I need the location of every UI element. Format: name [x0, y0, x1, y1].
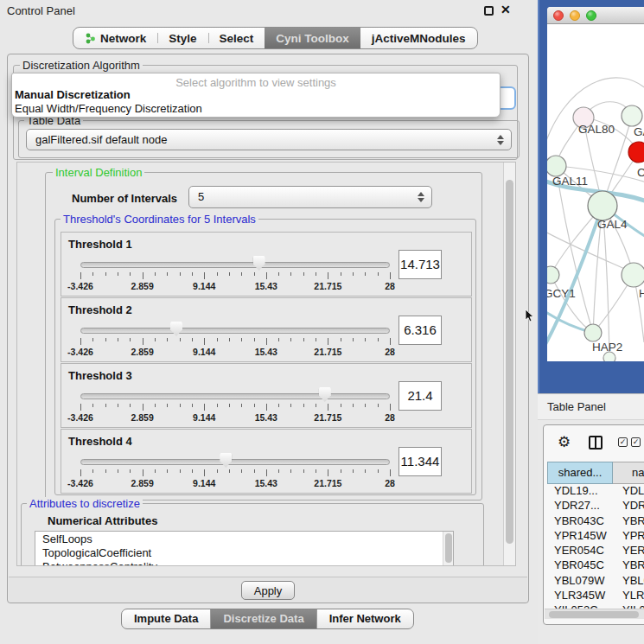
network-node[interactable]	[547, 266, 559, 284]
cell-name: YBR0	[613, 514, 644, 529]
network-node[interactable]	[588, 191, 617, 220]
tab-cyni-toolbox[interactable]: Cyni Toolbox	[265, 28, 360, 48]
table-row[interactable]: YPR145WYPR1	[547, 529, 644, 544]
control-panel-titlebar: Control Panel ✕	[0, 0, 538, 21]
tab-infer-network[interactable]: Infer Network	[316, 609, 413, 628]
numerical-attributes-list[interactable]: SelfLoopsTopologicalCoefficientBetweenne…	[35, 531, 454, 566]
threshold-value-field[interactable]: 21.4	[399, 381, 442, 411]
close-icon[interactable]: ✕	[501, 3, 511, 16]
algorithm-option-equal-width[interactable]: Equal Width/Frequency Discretization	[12, 102, 500, 116]
tab-style[interactable]: Style	[157, 28, 207, 48]
tick-mark	[167, 404, 168, 407]
table-row[interactable]: YER054CYER0	[547, 544, 644, 558]
tick-label: 2.859	[131, 478, 153, 488]
cell-shared-name: YLR345W	[547, 589, 613, 603]
table-row[interactable]: YLR345WYLR3	[547, 589, 644, 603]
cell-name: YDR2	[613, 499, 644, 513]
tick-mark	[278, 469, 279, 473]
tick-mark	[155, 404, 156, 407]
vertical-scrollbar-thumb[interactable]	[506, 180, 513, 544]
checkbox-icon[interactable]: ✓	[618, 437, 628, 447]
close-light[interactable]	[553, 10, 564, 21]
table-data-value: galFiltered.sif default node	[35, 133, 167, 146]
threshold-value-field[interactable]: 14.713	[399, 250, 442, 279]
tick-mark	[229, 404, 230, 407]
network-node[interactable]	[622, 263, 644, 287]
vertical-scrollbar[interactable]	[503, 163, 515, 565]
tick-mark	[266, 272, 267, 279]
tick-mark	[378, 469, 379, 473]
tick-mark	[105, 469, 106, 473]
slider-track[interactable]	[80, 328, 390, 334]
attribute-item[interactable]: BetweennessCentrality	[35, 559, 453, 566]
network-canvas[interactable]: GAL80GACGAL11GAL4GCY1HHAP2	[547, 24, 644, 361]
horizontal-scrollbar[interactable]	[545, 609, 644, 619]
threshold-value-field[interactable]: 6.316	[399, 316, 442, 345]
network-node[interactable]	[584, 324, 602, 341]
table-row[interactable]: YBL079WYBL0	[547, 574, 644, 589]
network-node[interactable]	[622, 105, 642, 126]
tick-mark	[155, 469, 156, 473]
gear-icon[interactable]: ⚙	[558, 433, 571, 451]
tick-mark	[290, 469, 291, 473]
tick-mark	[80, 272, 81, 279]
attribute-item[interactable]: SelfLoops	[35, 532, 453, 545]
tick-mark	[80, 469, 81, 476]
tick-label: 28	[385, 412, 395, 423]
tab-impute-data[interactable]: Impute Data	[122, 609, 210, 628]
algorithm-option-manual[interactable]: Manual Discretization	[12, 88, 500, 102]
tab-select[interactable]: Select	[208, 28, 265, 48]
column-layout-icon[interactable]	[589, 436, 603, 450]
tick-mark	[92, 338, 93, 341]
minimize-light[interactable]	[570, 10, 580, 21]
attribute-item[interactable]: TopologicalCoefficient	[35, 545, 453, 559]
tick-mark	[254, 338, 255, 341]
tab-discretize-data[interactable]: Discretize Data	[210, 609, 316, 628]
slider-thumb[interactable]	[253, 256, 265, 271]
tick-mark	[192, 404, 193, 407]
tick-mark	[266, 469, 267, 476]
tick-mark	[130, 272, 131, 276]
network-node[interactable]	[628, 142, 644, 163]
table-row[interactable]: YBR043CYBR0	[547, 514, 644, 529]
tick-label: 9.144	[193, 347, 215, 357]
table-row[interactable]: YBR045CYBR0	[547, 558, 644, 573]
slider-thumb[interactable]	[170, 322, 182, 336]
threshold-value-field[interactable]: 11.344	[399, 447, 442, 476]
table-data-combobox[interactable]: galFiltered.sif default node	[26, 129, 512, 150]
algorithm-placeholder-option[interactable]: Select algorithm to view settings	[12, 73, 500, 88]
tick-label: 15.43	[255, 412, 277, 423]
table-row[interactable]: YDR27...YDR2	[547, 499, 644, 513]
slider-track[interactable]	[80, 393, 390, 399]
checkbox-icon[interactable]: ✓	[631, 437, 641, 447]
float-window-icon[interactable]	[484, 6, 494, 16]
threshold-label: Threshold 2	[68, 303, 132, 316]
cell-name: YLR3	[613, 589, 644, 603]
tick-mark	[353, 272, 354, 276]
tick-mark	[118, 272, 118, 276]
table-row[interactable]: YDL19...YDL1	[547, 484, 644, 499]
number-of-intervals-spinner[interactable]: 5	[188, 186, 432, 208]
tab-jactivemnodules[interactable]: jActiveMNodules	[360, 28, 477, 48]
slider-track[interactable]	[80, 459, 390, 465]
tick-mark	[316, 338, 316, 341]
apply-button[interactable]: Apply	[241, 581, 295, 600]
tick-mark	[105, 338, 106, 341]
network-node[interactable]	[547, 156, 566, 176]
threshold-panel-2: Threshold 2-3.4262.8599.14415.4321.71528…	[61, 297, 472, 362]
number-of-intervals-label: Number of Intervals	[72, 192, 177, 205]
horizontal-scrollbar-thumb[interactable]	[549, 611, 639, 618]
slider-thumb[interactable]	[319, 387, 331, 402]
list-scrollbar[interactable]	[443, 532, 453, 566]
cell-shared-name: YDR27...	[547, 499, 613, 513]
column-header-name[interactable]: na	[613, 462, 644, 484]
slider-thumb[interactable]	[220, 453, 232, 468]
tick-mark	[155, 338, 156, 341]
tick-mark	[130, 469, 131, 473]
slider-track[interactable]	[80, 262, 390, 268]
tab-network[interactable]: Network	[73, 28, 157, 48]
zoom-light[interactable]	[586, 10, 596, 21]
column-header-shared[interactable]: shared...	[547, 462, 613, 484]
tick-mark	[229, 272, 230, 276]
tick-label: -3.426	[67, 412, 93, 423]
